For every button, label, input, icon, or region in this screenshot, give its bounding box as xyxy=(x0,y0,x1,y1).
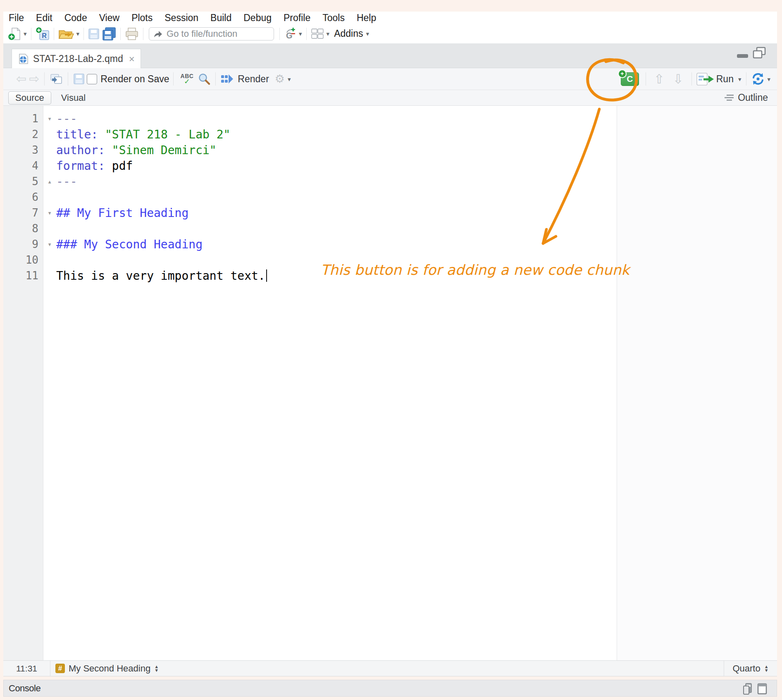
outline-icon xyxy=(724,94,734,102)
pane-gap xyxy=(3,676,777,680)
main-toolbar: ▾ R ▾ xyxy=(3,24,777,43)
open-in-new-window-icon[interactable] xyxy=(49,73,63,85)
menu-plots[interactable]: Plots xyxy=(131,12,153,24)
run-button[interactable]: Run xyxy=(716,74,734,85)
code-line[interactable]: 6 xyxy=(3,189,777,205)
code-line[interactable]: 3 author: "Sinem Demirci" xyxy=(3,142,777,158)
render-button[interactable]: Render xyxy=(238,74,269,85)
code-line[interactable]: 4 format: pdf xyxy=(3,158,777,174)
document-type-label: Quarto xyxy=(732,663,760,674)
goto-file-function-box xyxy=(149,27,274,40)
code-line[interactable]: 7 ▾ ## My First Heading xyxy=(3,205,777,221)
workspace-panes-icon[interactable] xyxy=(310,28,324,40)
forward-icon[interactable]: ⇨ xyxy=(29,73,39,85)
tab-stat-218-lab-2[interactable]: STAT-218-Lab-2.qmd × xyxy=(12,49,141,69)
console-pane-header[interactable]: Console xyxy=(3,680,777,697)
version-control-dropdown-caret[interactable]: ▾ xyxy=(299,31,302,37)
line-number: 5 xyxy=(3,175,43,188)
new-file-icon[interactable] xyxy=(7,27,21,41)
scope-updown-icon: ▲ ▼ xyxy=(154,665,159,672)
console-maximize-icon[interactable] xyxy=(757,683,768,695)
render-settings-caret[interactable]: ▾ xyxy=(288,76,291,82)
visual-mode-button[interactable]: Visual xyxy=(61,93,86,103)
menu-edit[interactable]: Edit xyxy=(36,12,52,24)
rstudio-screenshot: File Edit Code View Plots Session Build … xyxy=(0,0,782,700)
source-editor[interactable]: 1 ▾ --- 2 title: "STAT 218 - Lab 2" 3 au… xyxy=(3,106,777,660)
new-project-icon[interactable]: R xyxy=(35,26,50,41)
code-line[interactable]: 1 ▾ --- xyxy=(3,111,777,126)
fold-toggle-icon[interactable]: ▾ xyxy=(43,240,56,248)
code-line[interactable]: 5 ▴ --- xyxy=(3,174,777,189)
menu-help[interactable]: Help xyxy=(357,12,376,24)
open-file-icon[interactable] xyxy=(58,27,74,41)
menu-file[interactable]: File xyxy=(9,12,24,24)
code-token: pdf xyxy=(112,159,133,173)
print-icon[interactable] xyxy=(124,27,139,41)
menu-tools[interactable]: Tools xyxy=(322,12,345,24)
find-replace-icon[interactable] xyxy=(198,72,211,86)
render-on-save-checkbox[interactable] xyxy=(87,74,97,84)
run-icon[interactable] xyxy=(696,73,714,86)
code-line[interactable]: 8 xyxy=(3,221,777,236)
code-area[interactable]: 1 ▾ --- 2 title: "STAT 218 - Lab 2" 3 au… xyxy=(3,106,777,283)
menu-debug[interactable]: Debug xyxy=(243,12,272,24)
fold-toggle-icon[interactable]: ▴ xyxy=(43,177,56,186)
code-token: This is a very important text. xyxy=(56,269,265,283)
fold-toggle-icon[interactable]: ▾ xyxy=(43,209,56,217)
menu-view[interactable]: View xyxy=(99,12,119,24)
minimize-pane-icon[interactable] xyxy=(737,54,748,58)
maximize-pane-icon[interactable] xyxy=(752,47,766,59)
back-icon[interactable]: ⇦ xyxy=(16,73,26,85)
save-all-icon[interactable] xyxy=(102,27,117,41)
rstudio-window: File Edit Code View Plots Session Build … xyxy=(3,12,777,697)
run-dropdown-caret[interactable]: ▾ xyxy=(738,76,741,82)
console-minimize-icon[interactable] xyxy=(742,683,754,695)
render-icon[interactable] xyxy=(220,74,234,85)
toolbar-separator xyxy=(44,72,45,86)
line-number: 10 xyxy=(3,254,43,266)
outline-scope-selector[interactable]: # My Second Heading ▲ ▼ xyxy=(50,663,159,674)
addins-button[interactable]: Addins xyxy=(334,28,363,39)
spellcheck-icon[interactable]: ABC ✓ xyxy=(181,73,194,85)
toolbar-separator xyxy=(279,28,280,40)
toolbar-separator xyxy=(83,28,84,40)
code-token: --- xyxy=(56,112,77,126)
menu-build[interactable]: Build xyxy=(210,12,231,24)
menu-session[interactable]: Session xyxy=(165,12,198,24)
open-file-dropdown-caret[interactable]: ▾ xyxy=(76,31,80,37)
code-token: ## My First Heading xyxy=(56,206,188,220)
go-to-next-section-icon[interactable]: ⇩ xyxy=(673,73,684,86)
heading-hash-icon: # xyxy=(55,664,65,673)
toolbar-separator xyxy=(746,72,746,86)
render-settings-gear-icon[interactable]: ⚙ xyxy=(275,74,285,85)
code-token: "Sinem Demirci" xyxy=(112,143,217,157)
version-control-icon[interactable]: G xyxy=(284,27,297,41)
fold-toggle-icon[interactable]: ▾ xyxy=(43,114,56,123)
outline-toggle-button[interactable]: Outline xyxy=(724,90,768,105)
go-to-previous-section-icon[interactable]: ⇧ xyxy=(654,73,665,86)
save-icon[interactable] xyxy=(88,28,100,40)
current-scope-label: My Second Heading xyxy=(69,663,150,674)
addins-dropdown-caret[interactable]: ▾ xyxy=(366,31,369,37)
goto-file-function-input[interactable] xyxy=(149,27,274,40)
svg-text:R: R xyxy=(42,32,47,39)
save-document-icon[interactable] xyxy=(73,73,85,85)
toolbar-separator xyxy=(173,72,174,86)
rerun-dropdown-caret[interactable]: ▾ xyxy=(767,76,770,82)
code-line[interactable]: 9 ▾ ### My Second Heading xyxy=(3,236,777,252)
insert-code-chunk-button[interactable]: C + xyxy=(621,72,639,86)
annotation-note-text: This button is for adding a new code chu… xyxy=(321,262,629,278)
code-line[interactable]: 2 title: "STAT 218 - Lab 2" xyxy=(3,126,777,142)
tab-close-icon[interactable]: × xyxy=(129,54,135,64)
editor-tab-strip: STAT-218-Lab-2.qmd × xyxy=(3,43,777,68)
toolbar-separator xyxy=(691,72,692,86)
source-mode-button[interactable]: Source xyxy=(8,91,51,105)
line-number: 9 xyxy=(3,238,43,250)
rerun-previous-icon[interactable] xyxy=(751,72,765,86)
document-type-selector[interactable]: Quarto ▲ ▼ xyxy=(724,661,777,676)
toolbar-separator xyxy=(306,28,307,40)
menu-code[interactable]: Code xyxy=(64,12,87,24)
menu-profile[interactable]: Profile xyxy=(284,12,310,24)
new-file-dropdown-caret[interactable]: ▾ xyxy=(24,31,27,37)
panes-dropdown-caret[interactable]: ▾ xyxy=(327,31,330,37)
